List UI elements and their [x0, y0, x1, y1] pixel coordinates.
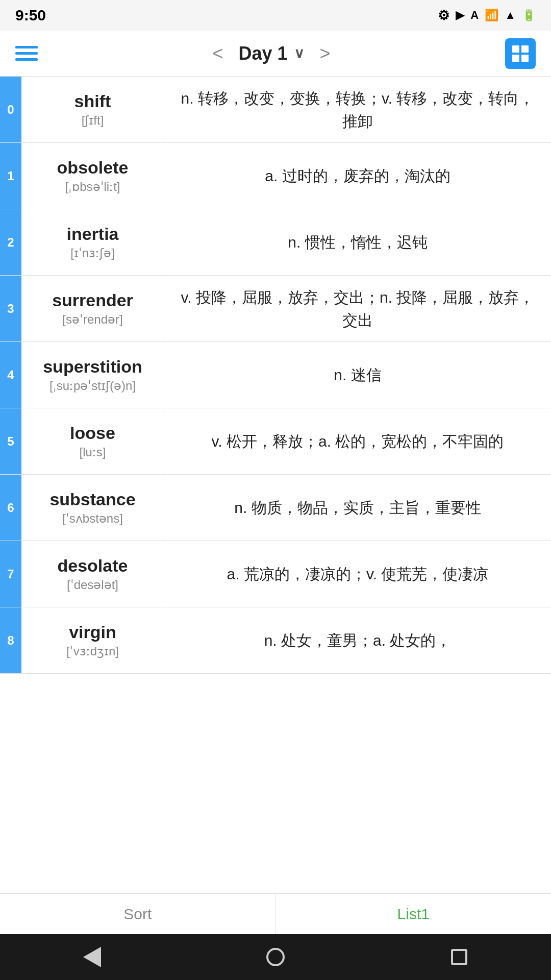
top-nav: < Day 1 ∨ >: [0, 31, 551, 77]
row-word: virgin[ˈvɜːdʒɪn]: [21, 607, 164, 673]
list1-tab[interactable]: List1: [276, 894, 552, 934]
word-list: 0shift[ʃɪft]n. 转移，改变，变换，转换；v. 转移，改变，转向，推…: [0, 77, 551, 893]
row-word: superstition[ˌsuːpəˈstɪʃ(ə)n]: [21, 342, 164, 408]
row-definition: n. 转移，改变，变换，转换；v. 转移，改变，转向，推卸: [164, 77, 551, 142]
table-row[interactable]: 7desolate[ˈdesələt]a. 荒凉的，凄凉的；v. 使荒芜，使凄凉: [0, 541, 551, 607]
status-left: 9:50: [15, 7, 46, 24]
word-english: inertia: [66, 224, 118, 244]
menu-button[interactable]: [15, 46, 38, 61]
row-index: 4: [0, 342, 21, 408]
row-index: 7: [0, 541, 21, 607]
row-word: substance[ˈsʌbstəns]: [21, 475, 164, 541]
row-definition: v. 投降，屈服，放弃，交出；n. 投降，屈服，放弃，交出: [164, 276, 551, 341]
table-row[interactable]: 8virgin[ˈvɜːdʒɪn]n. 处女，童男；a. 处女的，: [0, 607, 551, 674]
back-icon: [83, 947, 101, 967]
table-row[interactable]: 4superstition[ˌsuːpəˈstɪʃ(ə)n]n. 迷信: [0, 342, 551, 408]
word-english: desolate: [58, 556, 128, 576]
svg-rect-2: [512, 55, 519, 62]
android-nav-bar: [0, 934, 551, 980]
grid-icon: [511, 44, 530, 63]
back-button[interactable]: [77, 942, 107, 972]
day-title-text: Day 1: [238, 43, 287, 64]
row-index: 0: [0, 77, 21, 142]
prev-button[interactable]: <: [207, 38, 228, 69]
word-phonetic: [ɪˈnɜːʃə]: [70, 246, 115, 260]
word-english: virgin: [69, 622, 116, 642]
status-bar: 9:50 ⚙ ▶ A 📶 ▲ 🔋: [0, 0, 551, 31]
sort-tab[interactable]: Sort: [0, 894, 276, 934]
row-definition: n. 迷信: [164, 342, 551, 408]
svg-rect-0: [512, 45, 519, 53]
row-word: inertia[ɪˈnɜːʃə]: [21, 209, 164, 275]
signal-icon: ▲: [505, 9, 516, 22]
row-index: 1: [0, 143, 21, 209]
word-phonetic: [ˌsuːpəˈstɪʃ(ə)n]: [49, 379, 136, 393]
table-row[interactable]: 5loose[luːs]v. 松开，释放；a. 松的，宽松的，不牢固的: [0, 408, 551, 475]
word-english: surrender: [52, 290, 133, 310]
battery-icon: 🔋: [522, 9, 536, 22]
word-english: substance: [49, 489, 135, 509]
gear-icon: ⚙: [438, 8, 449, 23]
menu-line-2: [15, 52, 38, 55]
word-phonetic: [ˈvɜːdʒɪn]: [66, 644, 119, 658]
sort-tab-label: Sort: [123, 905, 152, 923]
day-title[interactable]: Day 1 ∨: [238, 43, 304, 64]
row-word: shift[ʃɪft]: [21, 77, 164, 142]
row-index: 8: [0, 607, 21, 673]
table-row[interactable]: 2inertia[ɪˈnɜːʃə]n. 惯性，惰性，迟钝: [0, 209, 551, 276]
row-word: desolate[ˈdesələt]: [21, 541, 164, 607]
word-english: superstition: [43, 357, 142, 377]
word-phonetic: [ˌɒbsəˈliːt]: [65, 180, 120, 194]
status-right: ⚙ ▶ A 📶 ▲ 🔋: [438, 8, 536, 23]
row-definition: a. 过时的，废弃的，淘汰的: [164, 143, 551, 209]
word-english: shift: [74, 91, 111, 111]
row-definition: v. 松开，释放；a. 松的，宽松的，不牢固的: [164, 408, 551, 474]
grid-view-button[interactable]: [505, 38, 536, 69]
row-word: surrender[səˈrendər]: [21, 276, 164, 341]
word-phonetic: [ˈdesələt]: [67, 578, 118, 592]
row-index: 5: [0, 408, 21, 474]
next-button[interactable]: >: [315, 38, 336, 69]
recent-icon: [451, 949, 467, 965]
play-icon: ▶: [456, 9, 464, 22]
chevron-down-icon: ∨: [294, 45, 305, 62]
recent-button[interactable]: [444, 942, 474, 972]
row-index: 6: [0, 475, 21, 541]
row-word: obsolete[ˌɒbsəˈliːt]: [21, 143, 164, 209]
home-button[interactable]: [260, 942, 291, 972]
row-definition: n. 物质，物品，实质，主旨，重要性: [164, 475, 551, 541]
list1-tab-label: List1: [397, 905, 430, 923]
table-row[interactable]: 6substance[ˈsʌbstəns]n. 物质，物品，实质，主旨，重要性: [0, 475, 551, 541]
svg-rect-3: [521, 55, 529, 62]
word-english: loose: [70, 423, 115, 443]
row-definition: n. 惯性，惰性，迟钝: [164, 209, 551, 275]
table-row[interactable]: 3surrender[səˈrendər]v. 投降，屈服，放弃，交出；n. 投…: [0, 276, 551, 342]
bottom-tabs: Sort List1: [0, 893, 551, 934]
word-english: obsolete: [57, 158, 129, 178]
row-index: 3: [0, 276, 21, 341]
status-time: 9:50: [15, 7, 46, 24]
a-icon: A: [470, 9, 479, 22]
row-definition: n. 处女，童男；a. 处女的，: [164, 607, 551, 673]
word-phonetic: [luːs]: [79, 445, 106, 459]
row-definition: a. 荒凉的，凄凉的；v. 使荒芜，使凄凉: [164, 541, 551, 607]
row-index: 2: [0, 209, 21, 275]
menu-line-3: [15, 58, 38, 61]
word-phonetic: [ʃɪft]: [82, 113, 104, 128]
home-icon: [266, 948, 285, 966]
word-phonetic: [ˈsʌbstəns]: [62, 511, 123, 526]
wifi-icon: 📶: [485, 9, 498, 22]
menu-line-1: [15, 46, 38, 48]
table-row[interactable]: 1obsolete[ˌɒbsəˈliːt]a. 过时的，废弃的，淘汰的: [0, 143, 551, 209]
table-row[interactable]: 0shift[ʃɪft]n. 转移，改变，变换，转换；v. 转移，改变，转向，推…: [0, 77, 551, 143]
word-phonetic: [səˈrendər]: [62, 312, 122, 327]
row-word: loose[luːs]: [21, 408, 164, 474]
svg-rect-1: [521, 45, 529, 53]
